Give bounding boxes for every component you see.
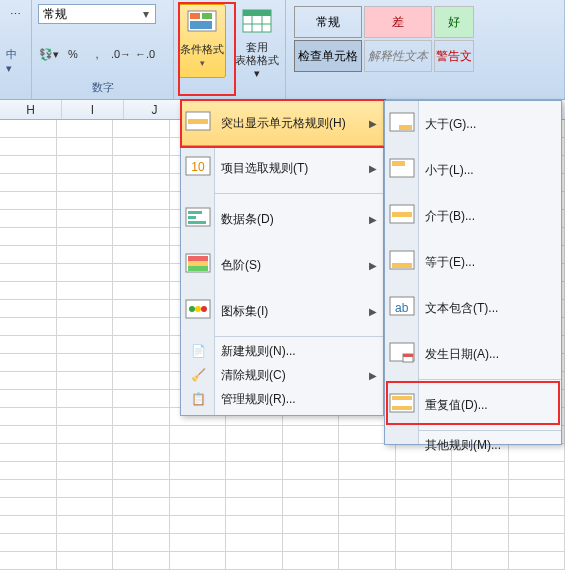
topbottom-icon: 10 [183,153,213,183]
submenu-date[interactable]: 发生日期(A)... [385,331,561,377]
menu-highlight-rules[interactable]: 突出显示单元格规则(H) ▶ [180,100,384,146]
arrow-right-icon: ▶ [369,306,377,317]
svg-rect-18 [188,256,208,261]
svg-rect-40 [392,406,412,410]
svg-point-22 [189,306,195,312]
submenu-between[interactable]: 介于(B)... [385,193,561,239]
svg-point-23 [195,306,201,312]
menu-databar[interactable]: 数据条(D) ▶ [181,196,383,242]
between-icon [387,201,417,231]
col-header[interactable]: J [124,100,186,119]
svg-text:ab: ab [395,301,409,315]
submenu-duplicate[interactable]: 重复值(D)... [385,382,561,428]
colorscale-icon [183,250,213,280]
group-cell-styles: 常规 检查单元格 差 解释性文本 好 警告文 [286,0,565,99]
table-icon [241,9,273,39]
text-icon: ab [387,293,417,323]
svg-rect-5 [243,10,271,16]
separator [419,430,561,431]
arrow-right-icon: ▶ [369,260,377,271]
currency-btn[interactable]: 💱▾ [38,44,60,64]
svg-rect-39 [392,396,412,400]
menu-colorscale[interactable]: 色阶(S) ▶ [181,242,383,288]
manage-icon: 📋 [189,390,207,408]
new-rule-icon: 📄 [189,342,207,360]
inc-decimal-btn[interactable]: .0→ [110,44,132,64]
svg-rect-26 [399,125,412,130]
number-format-value: 常规 [43,6,67,23]
svg-rect-1 [190,13,200,19]
menu-manage-rules[interactable]: 📋 管理规则(R)... [181,387,383,411]
submenu-equal[interactable]: 等于(E)... [385,239,561,285]
submenu-text-contains[interactable]: ab 文本包含(T)... [385,285,561,331]
separator [215,193,383,194]
svg-rect-28 [392,161,405,166]
arrow-right-icon: ▶ [369,163,377,174]
clear-icon: 🧹 [189,366,207,384]
group-number: 常规 ▾ 💱▾ % , .0→ ←.0 数字 [32,0,174,99]
svg-rect-14 [188,211,202,214]
lt-icon [387,155,417,185]
eq-icon [387,247,417,277]
arrow-right-icon: ▶ [369,214,377,225]
col-header[interactable]: I [62,100,124,119]
svg-rect-16 [188,221,206,224]
conditional-format-icon [186,9,218,41]
comma-btn[interactable]: , [86,44,108,64]
cond-format-menu: 突出显示单元格规则(H) ▶ 10 项目选取规则(T) ▶ 数据条(D) ▶ 色… [180,100,384,416]
svg-rect-3 [190,21,212,29]
svg-rect-10 [188,119,208,124]
style-normal[interactable]: 常规 [294,6,362,38]
col-header[interactable]: H [0,100,62,119]
format-as-table-button[interactable]: 套用 表格格式▾ [233,4,281,78]
style-warn[interactable]: 警告文 [434,40,474,72]
arrow-right-icon: ▶ [369,118,377,129]
duplicate-icon [387,390,417,420]
highlight-rules-submenu: 大于(G)... 小于(L)... 介于(B)... 等于(E)... ab 文… [384,100,562,445]
arrow-right-icon: ▶ [369,370,377,381]
percent-btn[interactable]: % [62,44,84,64]
chevron-down-icon: ▾ [141,7,151,21]
svg-rect-20 [188,266,208,271]
submenu-other-rules[interactable]: 其他规则(M)... [385,433,561,457]
svg-rect-37 [403,354,413,357]
svg-point-24 [201,306,207,312]
separator [215,336,383,337]
menu-iconset[interactable]: 图标集(I) ▶ [181,288,383,334]
number-format-combo[interactable]: 常规 ▾ [38,4,156,24]
table-fmt-label: 套用 表格格式▾ [234,41,280,80]
submenu-greater-than[interactable]: 大于(G)... [385,101,561,147]
group-number-label: 数字 [38,80,167,97]
submenu-less-than[interactable]: 小于(L)... [385,147,561,193]
iconset-icon [183,296,213,326]
group-partial-left: ⋯ 中 ▾ [0,0,32,99]
svg-rect-19 [188,261,208,266]
cond-fmt-label: 条件格式 [180,43,224,56]
dec-decimal-btn[interactable]: ←.0 [134,44,156,64]
svg-rect-15 [188,216,196,219]
conditional-format-button[interactable]: 条件格式 ▾ [178,4,226,78]
style-explain[interactable]: 解释性文本 [364,40,432,72]
svg-rect-2 [202,13,212,19]
unknown-btn[interactable]: ⋯ [6,4,25,24]
date-icon [387,339,417,369]
gt-icon [387,109,417,139]
separator [419,379,561,380]
databar-icon [183,204,213,234]
style-bad[interactable]: 差 [364,6,432,38]
group-styles-buttons: 条件格式 ▾ 套用 表格格式▾ [174,0,286,99]
svg-rect-30 [392,212,412,217]
menu-new-rule[interactable]: 📄 新建规则(N)... [181,339,383,363]
style-good[interactable]: 好 [434,6,474,38]
highlight-rules-icon [183,108,213,138]
ribbon: ⋯ 中 ▾ 常规 ▾ 💱▾ % , .0→ ←.0 数字 条件格式 ▾ [0,0,565,100]
style-check[interactable]: 检查单元格 [294,40,362,72]
chevron-down-icon: ▾ [200,58,205,68]
menu-topbottom-rules[interactable]: 10 项目选取规则(T) ▶ [181,145,383,191]
menu-clear-rules[interactable]: 🧹 清除规则(C) ▶ [181,363,383,387]
svg-text:10: 10 [191,160,205,174]
svg-rect-32 [392,263,412,268]
